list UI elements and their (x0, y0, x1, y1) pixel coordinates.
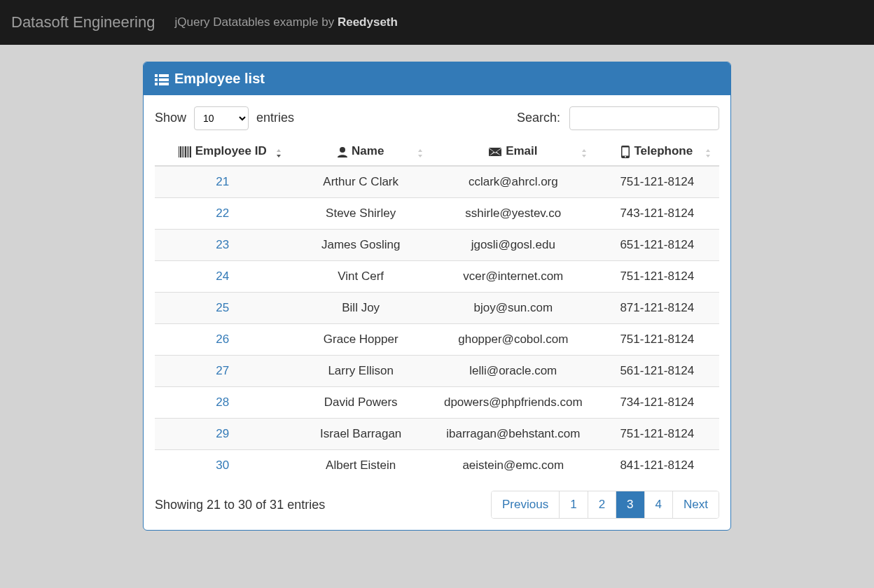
table-row: 26Grace Hopperghopper@cobol.com751-121-8… (155, 324, 719, 356)
cell-name: David Powers (290, 387, 431, 419)
svg-rect-9 (183, 146, 184, 158)
svg-rect-12 (188, 146, 189, 158)
table-info: Showing 21 to 30 of 31 entries (155, 498, 325, 512)
col-email[interactable]: Email (431, 137, 595, 166)
page-next[interactable]: Next (672, 491, 719, 518)
col-label: Employee ID (195, 144, 267, 158)
search-label: Search: (517, 111, 560, 125)
tagline-pre: jQuery Datatables example by (174, 15, 337, 29)
navbar-brand[interactable]: Datasoft Engineering (11, 13, 174, 31)
employee-id-link[interactable]: 24 (216, 270, 229, 283)
cell-email: jgosli@gosl.edu (431, 230, 595, 261)
employee-id-link[interactable]: 28 (216, 396, 229, 409)
svg-rect-0 (155, 74, 158, 77)
page-1[interactable]: 1 (559, 491, 587, 518)
cell-name: Israel Barragan (290, 419, 431, 450)
employee-id-link[interactable]: 26 (216, 332, 229, 346)
table-row: 29Israel Barraganibarragan@behstant.com7… (155, 419, 719, 450)
cell-email: bjoy@sun.com (431, 293, 595, 324)
cell-name: James Gosling (290, 230, 431, 261)
barcode-icon (179, 144, 191, 158)
svg-rect-13 (190, 146, 191, 158)
employee-panel: Employee list Show 10 entries Search: (143, 62, 731, 531)
col-telephone[interactable]: Telephone (595, 137, 719, 166)
cell-name: Steve Shirley (290, 198, 431, 230)
navbar: Datasoft Engineering jQuery Datatables e… (0, 0, 874, 45)
employee-id-link[interactable]: 21 (216, 175, 229, 188)
cell-telephone: 751-121-8124 (595, 419, 719, 450)
sort-icon (704, 146, 714, 157)
cell-email: vcer@internet.com (431, 261, 595, 293)
cell-telephone: 561-121-8124 (595, 356, 719, 387)
cell-email: sshirle@yestev.co (431, 198, 595, 230)
col-label: Name (352, 144, 384, 158)
cell-name: Larry Ellison (290, 356, 431, 387)
table-row: 30Albert Eisteinaeistein@emc.com841-121-… (155, 450, 719, 482)
search-filter: Search: (517, 106, 719, 130)
cell-email: aeistein@emc.com (431, 450, 595, 482)
cell-telephone: 841-121-8124 (595, 450, 719, 482)
panel-heading: Employee list (144, 62, 730, 95)
employee-id-link[interactable]: 22 (216, 206, 229, 220)
svg-rect-1 (159, 74, 169, 77)
svg-rect-10 (185, 146, 186, 158)
pagination: Previous1234Next (491, 491, 719, 519)
length-select[interactable]: 10 (194, 106, 249, 130)
table-row: 23James Goslingjgosli@gosl.edu651-121-81… (155, 230, 719, 261)
employee-id-link[interactable]: 29 (216, 427, 229, 440)
cell-email: cclark@ahrcl.org (431, 166, 595, 198)
page-4[interactable]: 4 (644, 491, 672, 518)
page-3[interactable]: 3 (616, 491, 644, 518)
sort-icon (416, 146, 426, 157)
cell-name: Albert Eistein (290, 450, 431, 482)
page-previous[interactable]: Previous (492, 491, 559, 518)
cell-name: Grace Hopper (290, 324, 431, 356)
cell-name: Vint Cerf (290, 261, 431, 293)
svg-point-17 (625, 156, 626, 158)
employee-id-link[interactable]: 30 (216, 458, 229, 472)
svg-rect-6 (179, 146, 179, 158)
svg-rect-5 (159, 83, 169, 85)
cell-email: dpowers@phpfriends.com (431, 387, 595, 419)
list-icon (155, 71, 169, 87)
envelope-icon (489, 144, 501, 158)
col-name[interactable]: Name (290, 137, 431, 166)
table-row: 24Vint Cerfvcer@internet.com751-121-8124 (155, 261, 719, 293)
table-row: 28David Powersdpowers@phpfriends.com734-… (155, 387, 719, 419)
navbar-tagline: jQuery Datatables example by Reedyseth (174, 15, 397, 29)
cell-email: ibarragan@behstant.com (431, 419, 595, 450)
cell-telephone: 871-121-8124 (595, 293, 719, 324)
cell-telephone: 751-121-8124 (595, 324, 719, 356)
col-label: Email (506, 144, 537, 158)
employee-id-link[interactable]: 27 (216, 364, 229, 377)
col-label: Telephone (634, 144, 693, 158)
tagline-author: Reedyseth (338, 15, 398, 29)
svg-rect-7 (180, 146, 181, 158)
col-employee-id[interactable]: Employee ID (155, 137, 290, 166)
length-menu: Show 10 entries (155, 106, 294, 130)
cell-name: Bill Joy (290, 293, 431, 324)
table-row: 22Steve Shirleysshirle@yestev.co743-121-… (155, 198, 719, 230)
cell-email: lelli@oracle.com (431, 356, 595, 387)
table-row: 25Bill Joybjoy@sun.com871-121-8124 (155, 293, 719, 324)
entries-label: entries (256, 111, 294, 125)
table-row: 27Larry Ellisonlelli@oracle.com561-121-8… (155, 356, 719, 387)
user-icon (338, 144, 347, 158)
employee-id-link[interactable]: 23 (216, 238, 229, 251)
sort-icon (275, 146, 284, 157)
employee-id-link[interactable]: 25 (216, 301, 229, 314)
svg-rect-3 (159, 78, 169, 81)
svg-point-14 (340, 147, 345, 153)
panel-title: Employee list (174, 71, 265, 87)
svg-rect-2 (155, 78, 158, 81)
svg-rect-11 (187, 146, 188, 158)
cell-telephone: 743-121-8124 (595, 198, 719, 230)
cell-telephone: 751-121-8124 (595, 261, 719, 293)
show-label: Show (155, 111, 186, 125)
cell-telephone: 751-121-8124 (595, 166, 719, 198)
employee-table: Employee ID Name (155, 137, 719, 481)
phone-icon (621, 144, 630, 158)
cell-email: ghopper@cobol.com (431, 324, 595, 356)
page-2[interactable]: 2 (588, 491, 616, 518)
search-input[interactable] (569, 106, 719, 130)
